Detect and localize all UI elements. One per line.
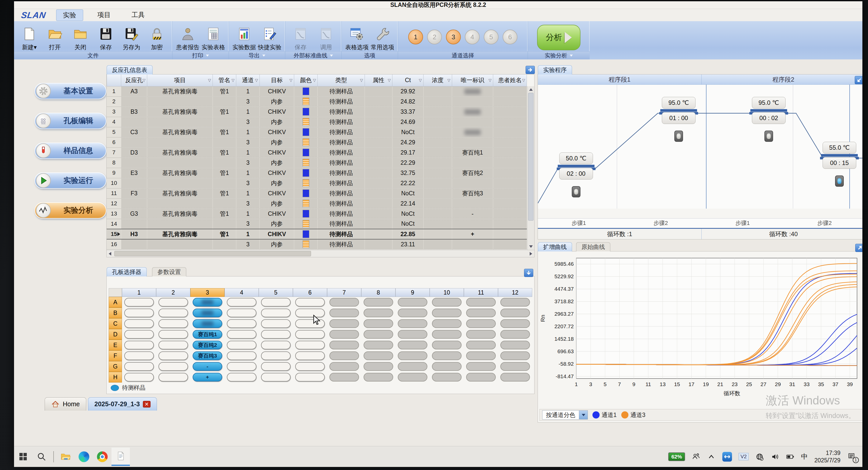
well-D11[interactable] bbox=[466, 330, 495, 339]
well-D7[interactable] bbox=[330, 330, 359, 339]
column-header-10[interactable]: 唯一标识▽ bbox=[452, 74, 493, 86]
table-row[interactable]: 8 3 内参待测样品 22.29 bbox=[107, 158, 527, 168]
well-A7[interactable] bbox=[330, 298, 359, 306]
well-F7[interactable] bbox=[330, 351, 359, 360]
column-header-4[interactable]: 目标▽ bbox=[260, 74, 294, 86]
well-E7[interactable] bbox=[330, 341, 359, 349]
well-E10[interactable] bbox=[432, 341, 461, 349]
filter-icon[interactable]: ▽ bbox=[447, 78, 450, 82]
well-F12[interactable] bbox=[500, 351, 530, 360]
well-C4[interactable] bbox=[227, 319, 256, 328]
plate-tab-0[interactable]: 孔板选择器 bbox=[107, 267, 147, 276]
well-B4[interactable] bbox=[227, 309, 256, 317]
table-row[interactable]: 7 D3基孔肯雅病毒管11 CHIKV待测样品 29.17赛百纯1 bbox=[107, 147, 527, 158]
plate-col-header-9[interactable]: 9 bbox=[396, 288, 430, 297]
well-H4[interactable] bbox=[227, 373, 256, 381]
plate-col-header-10[interactable]: 10 bbox=[430, 288, 464, 297]
well-F10[interactable] bbox=[432, 351, 461, 360]
well-E8[interactable] bbox=[364, 341, 393, 349]
hidden-icons-chevron[interactable] bbox=[707, 452, 716, 461]
sidebar-item-tube[interactable]: 样品信息 bbox=[34, 142, 106, 159]
well-C2[interactable] bbox=[158, 319, 188, 328]
well-H11[interactable] bbox=[466, 373, 495, 381]
well-G5[interactable] bbox=[261, 362, 290, 371]
doc-tab-0[interactable]: Home bbox=[45, 397, 86, 411]
plate-col-header-8[interactable]: 8 bbox=[361, 288, 396, 297]
program-collapse-button[interactable] bbox=[855, 76, 862, 84]
well-H2[interactable] bbox=[158, 373, 188, 381]
table-row[interactable]: 16 3 内参待测样品 23.11 bbox=[107, 239, 527, 249]
program-tab[interactable]: 实验程序 bbox=[538, 65, 572, 74]
sidebar-item-gear[interactable]: 基本设置 bbox=[34, 83, 106, 99]
camera-icon[interactable] bbox=[572, 186, 581, 197]
ribbon-button-curve-doc[interactable]: 调用 bbox=[313, 23, 339, 51]
well-F5[interactable] bbox=[261, 351, 290, 360]
table-row[interactable]: 13 G3基孔肯雅病毒管11 CHIKV待测样品 NoCt- bbox=[107, 209, 527, 219]
well-B10[interactable] bbox=[432, 309, 461, 317]
well-F8[interactable] bbox=[364, 351, 393, 360]
well-B11[interactable] bbox=[466, 309, 495, 317]
menu-tab-2[interactable]: 工具 bbox=[125, 9, 152, 21]
channel-button-4[interactable]: 4 bbox=[465, 30, 480, 44]
well-D1[interactable] bbox=[124, 330, 154, 339]
ribbon-button-floppy-edit[interactable]: 另存为 bbox=[119, 23, 144, 51]
filter-icon[interactable]: ▽ bbox=[208, 78, 211, 82]
close-icon[interactable]: ✕ bbox=[143, 401, 151, 407]
sidebar-item-run[interactable]: 实验运行 bbox=[34, 172, 106, 189]
plate-row-header-B[interactable]: B bbox=[109, 307, 122, 318]
well-C8[interactable] bbox=[364, 319, 393, 328]
well-H12[interactable] bbox=[500, 373, 530, 381]
plate-tab-1[interactable]: 参数设置 bbox=[152, 267, 186, 276]
input-method-indicator[interactable]: 中 bbox=[801, 452, 808, 461]
chevron-down-icon[interactable] bbox=[579, 411, 588, 419]
table-row[interactable]: 14 3 内参待测样品 NoCt bbox=[107, 219, 527, 229]
well-F11[interactable] bbox=[466, 351, 495, 360]
filter-icon[interactable]: ▽ bbox=[289, 78, 293, 82]
well-H9[interactable] bbox=[398, 373, 427, 381]
well-A9[interactable] bbox=[398, 298, 427, 306]
chrome-icon[interactable] bbox=[93, 447, 112, 466]
people-icon[interactable] bbox=[692, 452, 701, 461]
table-row[interactable]: 6 3 内参待测样品 24.29 bbox=[107, 137, 527, 147]
program-step-1[interactable]: 50.0 ℃ 02 : 00 bbox=[559, 153, 593, 179]
plate-col-header-4[interactable]: 4 bbox=[224, 288, 259, 297]
table-horizontal-scrollbar[interactable] bbox=[107, 250, 534, 257]
legend-color-mode-dropdown[interactable]: 按通道分色 bbox=[542, 410, 588, 419]
well-H6[interactable] bbox=[295, 373, 324, 381]
well-G10[interactable] bbox=[432, 362, 461, 371]
well-G2[interactable] bbox=[158, 362, 188, 371]
well-G1[interactable] bbox=[124, 362, 154, 371]
well-D10[interactable] bbox=[432, 330, 461, 339]
well-G11[interactable] bbox=[466, 362, 495, 371]
well-C3[interactable] bbox=[193, 319, 222, 328]
table-collapse-button[interactable] bbox=[526, 66, 535, 74]
well-E6[interactable] bbox=[295, 341, 324, 349]
plate-row-header-A[interactable]: A bbox=[109, 297, 122, 307]
well-F3[interactable]: 赛百纯3 bbox=[193, 351, 222, 360]
plate-col-header-12[interactable]: 12 bbox=[498, 288, 532, 297]
well-B12[interactable] bbox=[500, 309, 530, 317]
menu-tab-0[interactable]: 实验 bbox=[56, 9, 83, 21]
filter-icon[interactable]: ▽ bbox=[231, 78, 235, 82]
well-C11[interactable] bbox=[466, 319, 495, 328]
well-D4[interactable] bbox=[227, 330, 256, 339]
plate-row-header-H[interactable]: H bbox=[109, 372, 122, 382]
well-C9[interactable] bbox=[398, 319, 427, 328]
well-D3[interactable]: 赛百纯1 bbox=[193, 330, 222, 339]
plate-col-header-3[interactable]: 3 bbox=[190, 288, 224, 297]
curve-tab-1[interactable]: 原始曲线 bbox=[576, 242, 610, 251]
well-H10[interactable] bbox=[432, 373, 461, 381]
ribbon-button-person[interactable]: 患者报告 bbox=[175, 23, 200, 51]
ribbon-button-floppy[interactable]: 保存 bbox=[93, 23, 119, 51]
battery-perc堅badge[interactable]: 62% bbox=[668, 452, 685, 461]
filter-icon[interactable]: ▽ bbox=[255, 78, 258, 82]
well-D12[interactable] bbox=[500, 330, 530, 339]
plate-col-header-1[interactable]: 1 bbox=[122, 288, 156, 297]
well-C12[interactable] bbox=[500, 319, 530, 328]
column-header-3[interactable]: 通道▽ bbox=[236, 74, 259, 86]
plate-row-header-F[interactable]: F bbox=[109, 350, 122, 361]
sidebar-item-plate[interactable]: 孔板编辑 bbox=[34, 113, 106, 129]
well-H5[interactable] bbox=[261, 373, 290, 381]
filter-icon[interactable]: ▽ bbox=[419, 78, 422, 82]
well-E9[interactable] bbox=[398, 341, 427, 349]
